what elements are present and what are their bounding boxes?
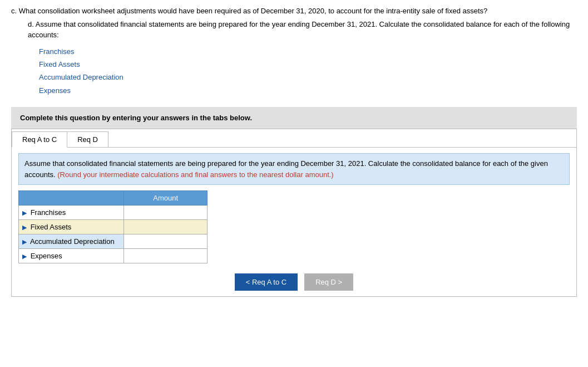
link-franchises[interactable]: Franchises [39,45,577,58]
prev-button[interactable]: < Req A to C [235,273,298,291]
table-row: ▶ Franchises [19,205,207,220]
input-cell-franchises[interactable] [124,205,207,220]
instruction-red-text: (Round your intermediate calculations an… [57,170,333,179]
input-expenses[interactable] [124,249,207,263]
instruction-box: Assume that consolidated financial state… [18,153,570,185]
next-button[interactable]: Req D > [304,273,353,291]
input-accumulated-depreciation[interactable] [124,234,207,248]
table-row: ▶ Accumulated Depreciation [19,234,207,249]
tabs-container: Req A to C Req D Assume that consolidate… [11,129,577,297]
input-fixed-assets[interactable] [124,220,207,234]
account-links: Franchises Fixed Assets Accumulated Depr… [39,45,577,97]
question-d-label: d. [28,20,34,28]
buttons-row: < Req A to C Req D > [18,273,570,291]
question-c-label: c. [11,7,17,15]
tab-req-a-to-c[interactable]: Req A to C [12,131,67,148]
label-fixed-assets: ▶ Fixed Assets [19,220,124,234]
input-cell-accumulated-depreciation[interactable] [124,234,207,249]
link-fixed-assets[interactable]: Fixed Assets [39,58,577,71]
arrow-fixed-assets: ▶ [22,224,27,231]
question-d-text: Assume that consolidated financial state… [28,20,570,40]
question-c-text: What consolidation worksheet adjustments… [19,7,488,15]
link-accumulated-depreciation[interactable]: Accumulated Depreciation [39,71,577,84]
tab-content: Assume that consolidated financial state… [12,148,576,296]
table-row: ▶ Expenses [19,249,207,263]
tab-req-d[interactable]: Req D [67,131,108,147]
answer-table: Amount ▶ Franchises [18,190,207,263]
arrow-accumulated-depreciation: ▶ [22,238,27,246]
tabs-header: Req A to C Req D [12,129,576,148]
table-amount-header: Amount [124,191,207,205]
link-expenses[interactable]: Expenses [39,84,577,97]
label-franchises: ▶ Franchises [19,205,124,220]
input-cell-expenses[interactable] [124,249,207,263]
label-expenses: ▶ Expenses [19,249,124,263]
input-franchises[interactable] [124,205,207,219]
table-row: ▶ Fixed Assets [19,220,207,234]
label-accumulated-depreciation: ▶ Accumulated Depreciation [19,234,124,249]
arrow-expenses: ▶ [22,253,27,260]
complete-banner: Complete this question by entering your … [11,107,577,129]
input-cell-fixed-assets[interactable] [124,220,207,234]
table-label-header [19,191,124,205]
arrow-franchises: ▶ [22,209,27,217]
